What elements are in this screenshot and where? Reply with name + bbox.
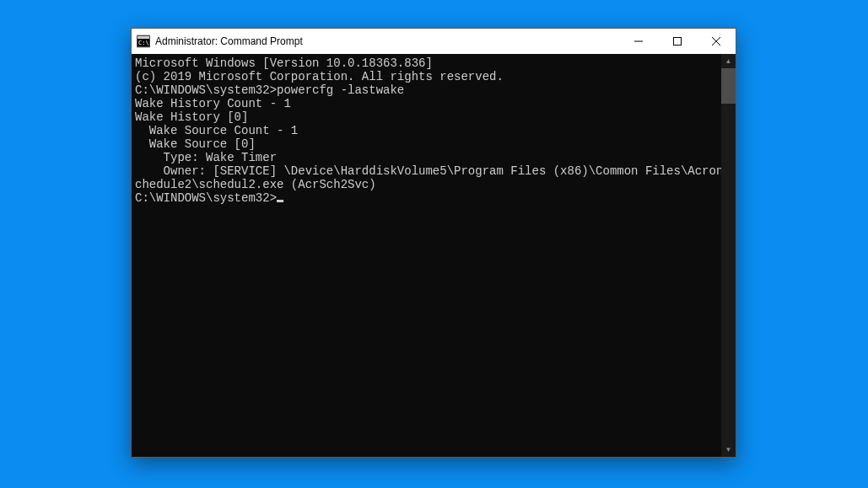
close-button[interactable] <box>697 29 736 54</box>
command-prompt-window: C:\ Administrator: Command Prompt Micros… <box>131 28 736 458</box>
console-line: Wake History [0] <box>135 110 721 124</box>
window-controls <box>619 29 736 54</box>
console-line: C:\WINDOWS\system32>powercfg -lastwake <box>135 83 721 97</box>
svg-rect-1 <box>137 36 149 39</box>
console-line: Wake Source [0] <box>135 137 721 151</box>
console-line: chedule2\schedul2.exe (AcrSch2Svc) <box>135 178 721 191</box>
console-line: Wake Source Count - 1 <box>135 124 721 137</box>
console-line: Type: Wake Timer <box>135 151 721 164</box>
console-line: (c) 2019 Microsoft Corporation. All righ… <box>135 70 721 83</box>
svg-rect-4 <box>674 38 682 46</box>
scroll-down-arrow[interactable]: ▼ <box>721 442 736 457</box>
window-title: Administrator: Command Prompt <box>155 35 619 47</box>
console-line: Microsoft Windows [Version 10.0.18363.83… <box>135 56 721 70</box>
scroll-thumb[interactable] <box>721 68 736 104</box>
svg-text:C:\: C:\ <box>138 40 149 46</box>
console-output[interactable]: Microsoft Windows [Version 10.0.18363.83… <box>132 54 721 457</box>
console-line: C:\WINDOWS\system32> <box>135 191 721 205</box>
scroll-up-arrow[interactable]: ▲ <box>721 54 736 68</box>
console-line: Owner: [SERVICE] \Device\HarddiskVolume5… <box>135 164 721 178</box>
vertical-scrollbar[interactable]: ▲ ▼ <box>721 54 736 457</box>
console-area: Microsoft Windows [Version 10.0.18363.83… <box>132 54 736 457</box>
cursor <box>277 200 283 202</box>
maximize-button[interactable] <box>658 29 697 54</box>
titlebar[interactable]: C:\ Administrator: Command Prompt <box>132 29 736 54</box>
minimize-button[interactable] <box>619 29 658 54</box>
console-line: Wake History Count - 1 <box>135 97 721 110</box>
cmd-icon: C:\ <box>137 35 150 48</box>
